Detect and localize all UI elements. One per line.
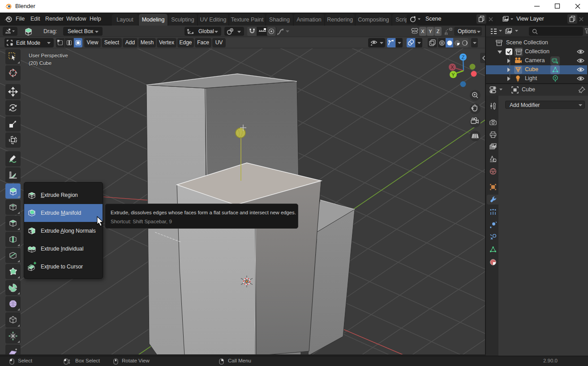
- svg-text:Z: Z: [462, 55, 465, 60]
- svg-text:X: X: [451, 64, 454, 70]
- svg-text:Y: Y: [451, 72, 455, 77]
